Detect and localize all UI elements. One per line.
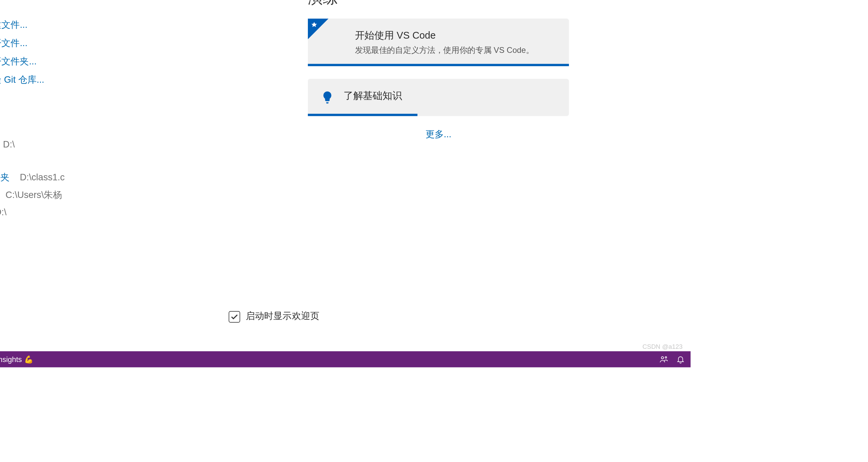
editor-area: 欢迎 ✕ ⋯ 启动 新建文件... [0,0,691,351]
svg-point-41 [661,357,664,359]
start-heading: 启动 [0,0,233,8]
show-welcome-label: 启动时显示欢迎页 [246,310,319,323]
show-welcome-checkbox[interactable] [229,311,240,322]
bell-icon [676,355,685,363]
recent-item[interactable]: .vscodeC:\Users\朱杨 [0,189,233,202]
start-label: 新建文件... [0,19,27,31]
recent-item[interactable]: classD:\ [0,207,233,217]
walkthrough-title: 了解基础知识 [343,89,402,102]
walkthrough-progress [308,114,417,116]
start-label: 打开文件夹... [0,56,37,68]
walkthroughs-heading: 演练 [308,0,569,8]
check-icon [231,313,239,321]
feedback-icon [659,355,668,364]
svg-point-42 [665,357,667,358]
start-label: 打开文件... [0,37,27,49]
recent-item[interactable]: 新建文件夹D:\class1.c [0,172,233,184]
featured-ribbon-icon [308,19,329,39]
status-feedback[interactable] [659,355,668,364]
walkthrough-progress [308,64,569,66]
start-open-file[interactable]: 打开文件... [0,37,233,49]
status-notifications[interactable] [676,355,685,363]
watermark: CSDN @a123 [643,343,683,350]
recent-more-link[interactable]: 更多... [0,224,233,237]
walkthrough-card-get-started[interactable]: 开始使用 VS Code 发现最佳的自定义方法，使用你的专属 VS Code。 [308,19,569,66]
start-open-folder[interactable]: 打开文件夹... [0,55,233,68]
start-label: 克隆 Git 仓库... [0,74,44,86]
recent-heading: 最近 [0,109,233,129]
lightbulb-icon [320,90,334,104]
recent-item[interactable]: vscodeD:\ [0,140,233,150]
start-new-file[interactable]: 新建文件... [0,19,233,31]
status-bar: 0 0 tabnine starter 👈 : See Tabnine Insi… [0,351,691,367]
walkthrough-desc: 发现最佳的自定义方法，使用你的专属 VS Code。 [355,45,534,56]
walkthroughs-more-link[interactable]: 更多... [426,129,452,139]
walkthrough-title: 开始使用 VS Code [355,29,534,42]
walkthrough-card-fundamentals[interactable]: 了解基础知识 [308,79,569,116]
start-clone-git[interactable]: 克隆 Git 仓库... [0,74,233,86]
status-tabnine-insights[interactable]: See Tabnine Insights 💪 [0,355,33,363]
recent-item[interactable]: D:\ [0,156,233,166]
welcome-page: 启动 新建文件... 打开文件... [0,0,691,351]
